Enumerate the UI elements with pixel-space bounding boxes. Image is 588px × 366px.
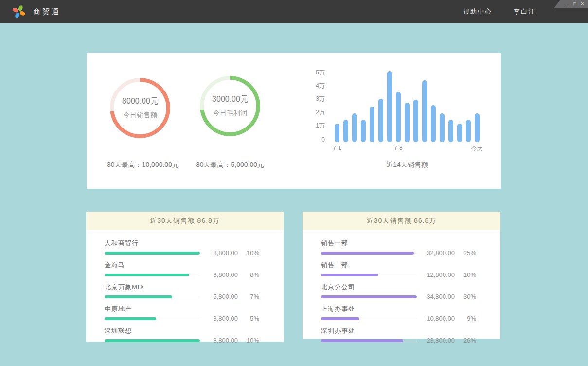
ranking-bar-track — [105, 317, 200, 320]
window-controls: ─ □ ✕ — [554, 0, 588, 8]
customer-ranking-list: 人和商贸行8,800.0010%金海马6,800.008%北京万象MIX5,80… — [86, 230, 284, 342]
ranking-percent: 9% — [455, 315, 476, 322]
pinwheel-logo-icon — [11, 4, 27, 19]
department-sales-ranking-card: 近30天销售额 86.8万 销售一部32,800.0025%销售二部12,800… — [303, 212, 500, 339]
ranking-bar — [321, 274, 378, 276]
chart-bar — [466, 120, 471, 142]
ranking-bar-track — [105, 295, 200, 298]
chart-x-tick: 今天 — [471, 145, 483, 153]
ranking-amount: 12,800.00 — [417, 271, 455, 278]
chart-y-tick: 0 — [321, 136, 325, 143]
chart-x-axis: 7-17-8今天 — [335, 145, 480, 152]
topbar-menu: 帮助中心 李白江 — [463, 0, 535, 23]
ranking-row: 金海马6,800.008% — [105, 261, 259, 276]
ranking-bar-track — [321, 274, 417, 276]
chart-bar — [413, 100, 418, 142]
ranking-percent: 5% — [238, 315, 259, 322]
ranking-percent: 10% — [238, 337, 259, 344]
ranking-row-name: 中原地产 — [105, 305, 200, 313]
chart-bar — [352, 113, 357, 142]
ranking-bar — [105, 317, 156, 320]
ranking-percent: 25% — [455, 249, 476, 256]
today-sales-donut-center: 8000.00元 今日销售额 — [114, 82, 166, 134]
maximize-icon[interactable]: □ — [573, 2, 576, 6]
ranking-row-name: 北京万象MIX — [105, 283, 200, 292]
chart-bar — [361, 120, 366, 142]
chart-y-tick: 3万 — [316, 95, 325, 103]
chart-bar — [431, 105, 436, 142]
chart-title: 近14天销售额 — [335, 161, 480, 169]
ranking-bar — [105, 252, 200, 255]
today-sales-donut: 8000.00元 今日销售额 — [110, 78, 170, 138]
chart-bar — [475, 113, 480, 142]
chart-bar — [457, 124, 462, 142]
chart-bar — [396, 92, 401, 142]
ranking-bar — [105, 295, 172, 298]
chart-bar — [378, 99, 383, 142]
ranking-row: 上海办事处10,800.009% — [321, 305, 476, 320]
user-name-link[interactable]: 李白江 — [514, 7, 535, 16]
ranking-row: 北京万象MIX5,800.007% — [105, 283, 259, 298]
ranking-amount: 5,800.00 — [200, 293, 238, 300]
ranking-row-name: 深圳联想 — [105, 327, 200, 335]
ranking-bar-track — [321, 317, 417, 320]
ranking-amount: 34,800.00 — [417, 293, 455, 300]
ranking-amount: 8,800.00 — [200, 337, 238, 344]
summary-card: 8000.00元 今日销售额 3000.00元 今日毛利润 30天最高：10,0… — [87, 53, 501, 189]
ranking-row-name: 销售一部 — [321, 239, 417, 248]
department-ranking-list: 销售一部32,800.0025%销售二部12,800.0010%北京分公司34,… — [303, 230, 500, 342]
ranking-row-name: 人和商贸行 — [105, 239, 200, 248]
ranking-row-name: 金海马 — [105, 261, 200, 270]
chart-y-tick: 1万 — [316, 122, 325, 130]
chart-bar — [387, 71, 392, 142]
ranking-amount: 3,800.00 — [200, 315, 238, 322]
ranking-bar-track — [321, 252, 417, 255]
today-sales-label: 今日销售额 — [123, 111, 157, 120]
chart-bar — [335, 124, 339, 142]
customer-sales-ranking-card: 近30天销售额 86.8万 人和商贸行8,800.0010%金海马6,800.0… — [86, 212, 284, 342]
chart-y-axis: 01万2万3万4万5万 — [301, 67, 325, 140]
ranking-amount: 8,800.00 — [200, 249, 238, 256]
department-ranking-title: 近30天销售额 86.8万 — [303, 212, 500, 230]
ranking-row: 深圳联想8,800.0010% — [105, 327, 259, 342]
ranking-row: 深圳办事处23,800.0026% — [321, 327, 476, 342]
ranking-bar — [321, 252, 414, 255]
ranking-bar — [321, 339, 403, 342]
ranking-row-name: 北京分公司 — [321, 283, 417, 292]
ranking-bar-track — [321, 295, 417, 298]
ranking-percent: 10% — [455, 271, 476, 278]
minimize-icon[interactable]: ─ — [566, 2, 569, 6]
chart-x-tick: 7-1 — [333, 145, 341, 151]
topbar: 商贸通 帮助中心 李白江 ─ □ ✕ — [0, 0, 588, 23]
ranking-percent: 26% — [455, 337, 476, 344]
ranking-row: 人和商贸行8,800.0010% — [105, 239, 259, 255]
ranking-percent: 10% — [238, 249, 259, 256]
chart-bar — [422, 80, 427, 142]
ranking-percent: 8% — [238, 271, 259, 278]
chart-y-tick: 2万 — [316, 109, 325, 117]
chart-y-tick: 5万 — [316, 69, 325, 77]
ranking-amount: 10,800.00 — [417, 315, 455, 322]
ranking-row: 销售一部32,800.0025% — [321, 239, 476, 255]
chart-bar — [370, 107, 374, 142]
today-profit-value: 3000.00元 — [212, 94, 248, 105]
ranking-bar — [321, 295, 417, 298]
close-icon[interactable]: ✕ — [580, 2, 584, 6]
ranking-bar-track — [105, 274, 200, 276]
chart-bar — [343, 120, 348, 142]
help-center-link[interactable]: 帮助中心 — [463, 7, 492, 16]
ranking-amount: 32,800.00 — [417, 249, 455, 256]
chart-x-tick: 7-8 — [394, 145, 402, 151]
ranking-bar — [105, 274, 189, 276]
chart-plot-area — [335, 64, 480, 142]
ranking-row-name: 销售二部 — [321, 261, 417, 270]
chart-y-tick: 4万 — [316, 82, 325, 90]
today-profit-donut: 3000.00元 今日毛利润 — [200, 76, 260, 136]
ranking-bar-track — [105, 339, 200, 342]
customer-ranking-title: 近30天销售额 86.8万 — [86, 212, 284, 230]
ranking-bar-track — [105, 252, 200, 255]
today-sales-value: 8000.00元 — [122, 96, 158, 107]
today-profit-donut-center: 3000.00元 今日毛利润 — [204, 80, 256, 132]
ranking-row: 销售二部12,800.0010% — [321, 261, 476, 276]
today-profit-label: 今日毛利润 — [213, 109, 247, 118]
